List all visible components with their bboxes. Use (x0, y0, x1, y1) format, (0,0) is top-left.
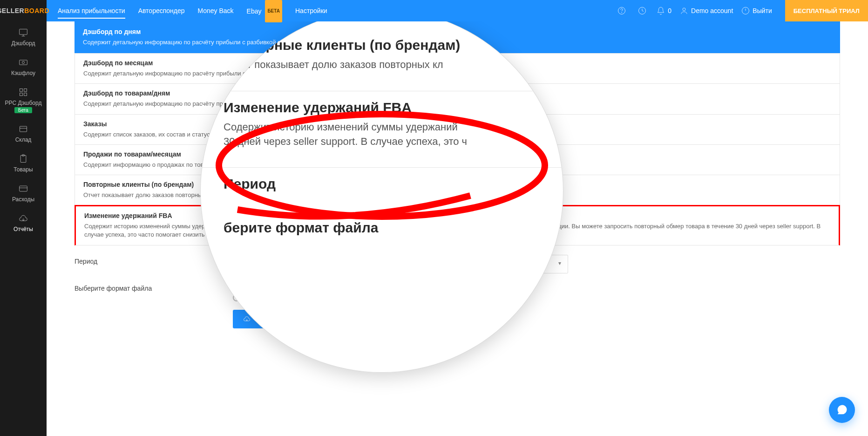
beta-badge: Бета (14, 107, 32, 113)
sidebar-label: Склад (15, 136, 32, 143)
mag-text: Содержит историю изменений суммы удержан… (224, 120, 540, 135)
mag-text: 30 дней через seller support. В случае у… (224, 135, 540, 149)
topnav-label: Ebay (247, 7, 262, 15)
history-button[interactable] (636, 5, 648, 17)
sidebar-label: PPC Дэшборд (5, 100, 42, 106)
cloud-download-icon (243, 315, 251, 323)
sidebar-item-ppc[interactable]: PPC Дэшборд Бета (0, 81, 47, 118)
account-label: Demo account (691, 7, 733, 14)
topnav-moneyback[interactable]: Money Back (191, 0, 240, 21)
logout-button[interactable]: Выйти (741, 7, 772, 15)
topbar: Анализ прибыльности Автореспондер Money … (47, 0, 868, 21)
mag-heading: берите формат файла (224, 220, 540, 236)
svg-rect-5 (20, 89, 23, 92)
svg-rect-6 (24, 89, 27, 92)
svg-point-19 (683, 8, 685, 11)
mag-heading: Изменение удержаний FBA (224, 100, 540, 116)
cta-label: БЕСПЛАТНЫЙ ТРИАЛ (793, 7, 860, 14)
bell-icon (657, 7, 665, 15)
topnav-profit-analysis[interactable]: Анализ прибыльности (51, 0, 132, 21)
svg-point-17 (622, 12, 622, 13)
notifications-button[interactable]: 0 (657, 7, 671, 15)
svg-rect-3 (20, 60, 27, 65)
sidebar-item-cashflow[interactable]: Кэшфлоу (0, 51, 47, 81)
topnav-ebay[interactable]: Ebay БЕТА (240, 0, 289, 21)
svg-rect-8 (24, 93, 27, 96)
topnav-label: Автореспондер (138, 7, 185, 14)
sidebar-label: Дэшборд (12, 40, 35, 47)
svg-rect-11 (20, 156, 26, 163)
card-icon (17, 184, 29, 193)
sidebar-item-stock[interactable]: Склад (0, 118, 47, 148)
sidebar-item-products[interactable]: Товары (0, 148, 47, 177)
grid-icon (17, 88, 29, 97)
sidebar-item-dashboard[interactable]: Дэшборд (0, 21, 47, 51)
sidebar-label: Расходы (12, 196, 34, 203)
topnav-autoresponder[interactable]: Автореспондер (132, 0, 191, 21)
logout-icon (741, 7, 750, 15)
period-label: Период (75, 255, 233, 265)
sidebar-label: Товары (14, 166, 33, 173)
topnav: Анализ прибыльности Автореспондер Money … (47, 0, 334, 21)
notifications-count: 0 (668, 7, 671, 14)
logo-text-2: BOARD (24, 7, 49, 14)
account-button[interactable]: Demo account (680, 7, 733, 15)
svg-rect-7 (20, 93, 23, 96)
format-label: Выберите формат файла (75, 282, 233, 292)
help-icon (617, 7, 626, 15)
beta-tag: БЕТА (265, 0, 282, 22)
free-trial-button[interactable]: БЕСПЛАТНЫЙ ТРИАЛ (785, 0, 868, 21)
monitor-icon (17, 28, 29, 37)
help-button[interactable] (616, 5, 628, 17)
topnav-label: Настройки (295, 7, 327, 14)
sidebar-item-expenses[interactable]: Расходы (0, 177, 47, 207)
sidebar: SELLERBOARD Дэшборд Кэшфлоу PPC Дэшборд … (0, 0, 47, 436)
svg-point-4 (22, 61, 25, 64)
topbar-right: 0 Demo account Выйти БЕСПЛАТНЫЙ ТРИАЛ (616, 0, 868, 21)
svg-rect-13 (20, 186, 27, 191)
chat-icon (835, 403, 848, 416)
stock-icon (17, 124, 29, 134)
cash-icon (17, 58, 29, 67)
topnav-label: Анализ прибыльности (58, 7, 125, 14)
mag-text: Отчет показывает долю заказов повторных … (224, 58, 540, 72)
logo[interactable]: SELLERBOARD (0, 0, 49, 21)
topnav-label: Money Back (198, 7, 234, 14)
chat-widget-button[interactable] (829, 397, 855, 423)
svg-rect-9 (20, 126, 27, 132)
sidebar-label: Кэшфлоу (11, 70, 35, 76)
mag-heading: Период (224, 176, 540, 192)
user-icon (680, 7, 688, 15)
clock-icon (638, 7, 646, 15)
logout-label: Выйти (753, 7, 772, 14)
sidebar-label: Отчёты (14, 226, 33, 232)
svg-rect-0 (20, 29, 27, 35)
topnav-settings[interactable]: Настройки (289, 0, 334, 21)
sidebar-item-reports[interactable]: Отчёты (0, 207, 47, 237)
logo-text-1: SELLER (0, 7, 24, 14)
magnifier-callout: Повторные клиенты (по брендам) Отчет пок… (200, 9, 563, 373)
cloud-download-icon (17, 214, 29, 223)
clipboard-icon (17, 154, 29, 164)
